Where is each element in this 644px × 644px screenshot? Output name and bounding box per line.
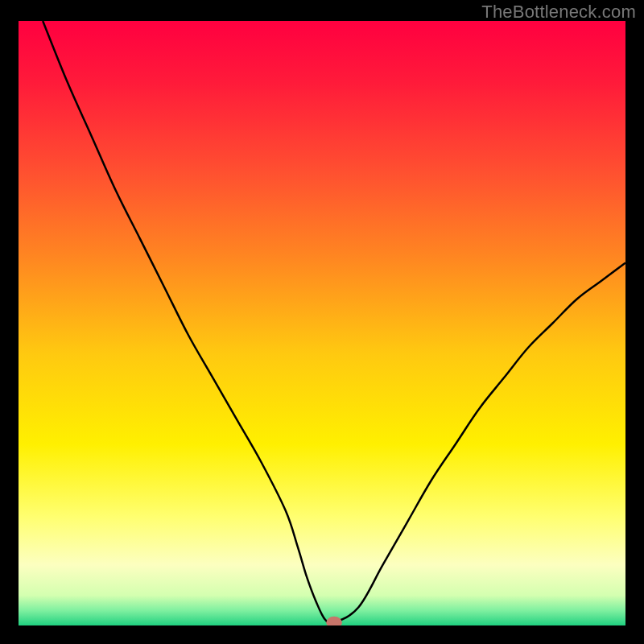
chart-background bbox=[19, 21, 625, 625]
plot-area bbox=[19, 21, 625, 625]
chart-frame: TheBottleneck.com bbox=[0, 0, 644, 644]
watermark-text: TheBottleneck.com bbox=[481, 2, 636, 23]
chart-svg bbox=[19, 21, 625, 625]
